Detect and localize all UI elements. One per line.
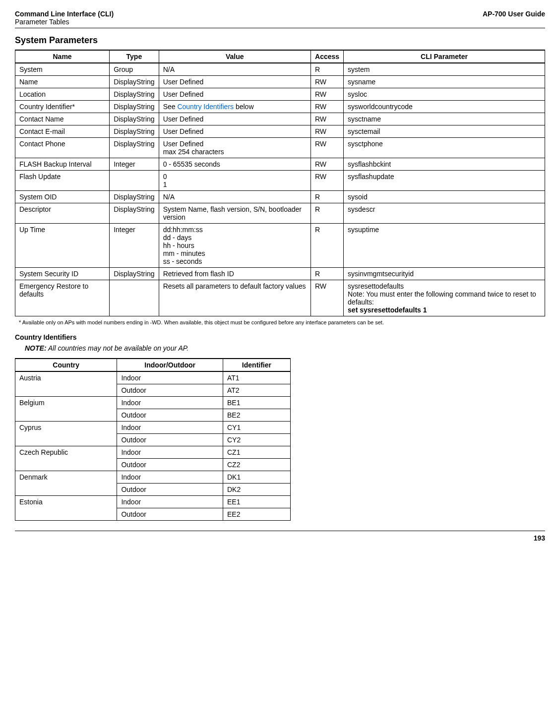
table-row: EstoniaIndoorEE1 xyxy=(15,496,291,508)
note-label: NOTE: xyxy=(25,344,47,352)
text: below xyxy=(234,103,253,111)
cell: Indoor xyxy=(117,397,223,409)
cell: Name xyxy=(15,76,110,88)
cell: AT2 xyxy=(223,384,290,397)
page-number: 193 xyxy=(534,534,545,542)
cell: Resets all parameters to default factory… xyxy=(159,280,311,316)
cell: Indoor xyxy=(117,371,223,384)
cell: Outdoor xyxy=(117,384,223,397)
cell: sysuptime xyxy=(344,224,545,268)
cell: EE1 xyxy=(223,496,290,508)
cell: sysresettodefaultsNote: You must enter t… xyxy=(344,280,545,316)
header-right: AP-700 User Guide xyxy=(483,10,545,18)
country-identifiers-table: Country Indoor/Outdoor Identifier Austri… xyxy=(15,358,291,521)
cell: Contact Phone xyxy=(15,138,110,158)
country-identifiers-link[interactable]: Country Identifiers xyxy=(177,103,234,111)
cell: Czech Republic xyxy=(15,446,117,471)
col-country: Country xyxy=(15,359,117,371)
cell: RW xyxy=(311,113,344,125)
cell: Contact Name xyxy=(15,113,110,125)
note-text: All countries may not be available on yo… xyxy=(47,344,189,352)
cell: Outdoor xyxy=(117,508,223,521)
table-row: CyprusIndoorCY1 xyxy=(15,422,291,434)
table-row: Contact NameDisplayStringUser DefinedRWs… xyxy=(15,113,545,125)
table-row: AustriaIndoorAT1 xyxy=(15,371,291,384)
table-row: Czech RepublicIndoorCZ1 xyxy=(15,446,291,459)
cell: System Security ID xyxy=(15,268,110,280)
cell: DisplayString xyxy=(110,138,159,158)
cell: Outdoor xyxy=(117,484,223,496)
cell xyxy=(110,171,159,191)
cell: Up Time xyxy=(15,224,110,268)
cell xyxy=(110,280,159,316)
cell: RW xyxy=(311,125,344,138)
cell: Location xyxy=(15,88,110,101)
table-row: Contact E-mailDisplayStringUser DefinedR… xyxy=(15,125,545,138)
cell: RW xyxy=(311,171,344,191)
table-row: DenmarkIndoorDK1 xyxy=(15,471,291,484)
cell: RW xyxy=(311,76,344,88)
table-row: DescriptorDisplayStringSystem Name, flas… xyxy=(15,203,545,224)
cell: sysname xyxy=(344,76,545,88)
system-parameters-table: Name Type Value Access CLI Parameter Sys… xyxy=(15,50,545,316)
cell: sysctphone xyxy=(344,138,545,158)
col-io: Indoor/Outdoor xyxy=(117,359,223,371)
cell: Retrieved from flash ID xyxy=(159,268,311,280)
cell: FLASH Backup Interval xyxy=(15,158,110,171)
cell: sysoid xyxy=(344,191,545,203)
cell: Group xyxy=(110,63,159,76)
cell: DisplayString xyxy=(110,113,159,125)
cell: Estonia xyxy=(15,496,117,521)
cell: Indoor xyxy=(117,471,223,484)
cell: CZ2 xyxy=(223,459,290,471)
table-row: Emergency Restore to defaultsResets all … xyxy=(15,280,545,316)
table-row: Flash Update0 1RWsysflashupdate xyxy=(15,171,545,191)
table-row: Contact PhoneDisplayStringUser Defined m… xyxy=(15,138,545,158)
cell: R xyxy=(311,191,344,203)
cell: Flash Update xyxy=(15,171,110,191)
cell: Belgium xyxy=(15,397,117,422)
cell: Descriptor xyxy=(15,203,110,224)
cell: System xyxy=(15,63,110,76)
col-value: Value xyxy=(159,50,311,63)
cell: DisplayString xyxy=(110,203,159,224)
cell: N/A xyxy=(159,63,311,76)
cell: Emergency Restore to defaults xyxy=(15,280,110,316)
col-cli: CLI Parameter xyxy=(344,50,545,63)
cell: See Country Identifiers below xyxy=(159,101,311,113)
table-row: NameDisplayStringUser DefinedRWsysname xyxy=(15,76,545,88)
cell: Cyprus xyxy=(15,422,117,446)
cell: AT1 xyxy=(223,371,290,384)
cell: Indoor xyxy=(117,496,223,508)
col-type: Type xyxy=(110,50,159,63)
cell: DisplayString xyxy=(110,88,159,101)
cell: R xyxy=(311,203,344,224)
col-name: Name xyxy=(15,50,110,63)
note: NOTE: All countries may not be available… xyxy=(25,344,545,352)
header-title: Command Line Interface (CLI) xyxy=(15,10,114,18)
table-row: System Security IDDisplayStringRetrieved… xyxy=(15,268,545,280)
cell: R xyxy=(311,63,344,76)
cell: sysdescr xyxy=(344,203,545,224)
text: Note: You must enter the following comma… xyxy=(348,290,541,306)
cell: Outdoor xyxy=(117,434,223,446)
cell: RW xyxy=(311,138,344,158)
cell: Outdoor xyxy=(117,459,223,471)
cell: sysctname xyxy=(344,113,545,125)
cell: DisplayString xyxy=(110,191,159,203)
text: sysresettodefaults xyxy=(348,282,541,290)
cell: BE1 xyxy=(223,397,290,409)
cell: DisplayString xyxy=(110,101,159,113)
cell: CY2 xyxy=(223,434,290,446)
cell: User Defined xyxy=(159,125,311,138)
cell: EE2 xyxy=(223,508,290,521)
cell: CY1 xyxy=(223,422,290,434)
subsection-title: Country Identifiers xyxy=(15,333,545,341)
cell: Contact E-mail xyxy=(15,125,110,138)
cell: Austria xyxy=(15,371,117,397)
page-header: Command Line Interface (CLI) Parameter T… xyxy=(15,10,545,28)
cell: Integer xyxy=(110,158,159,171)
table-row: System OIDDisplayStringN/ARsysoid xyxy=(15,191,545,203)
cell: User Defined max 254 characters xyxy=(159,138,311,158)
cell: System Name, flash version, S/N, bootloa… xyxy=(159,203,311,224)
